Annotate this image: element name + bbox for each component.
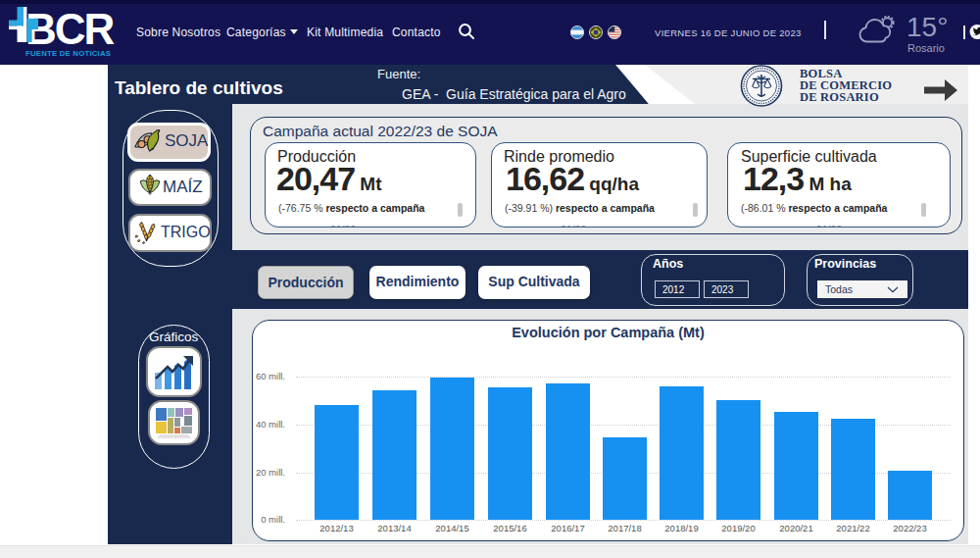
svg-text:FUENTE DE NOTICIAS: FUENTE DE NOTICIAS [25, 49, 111, 58]
svg-text:BCR: BCR [25, 5, 115, 53]
